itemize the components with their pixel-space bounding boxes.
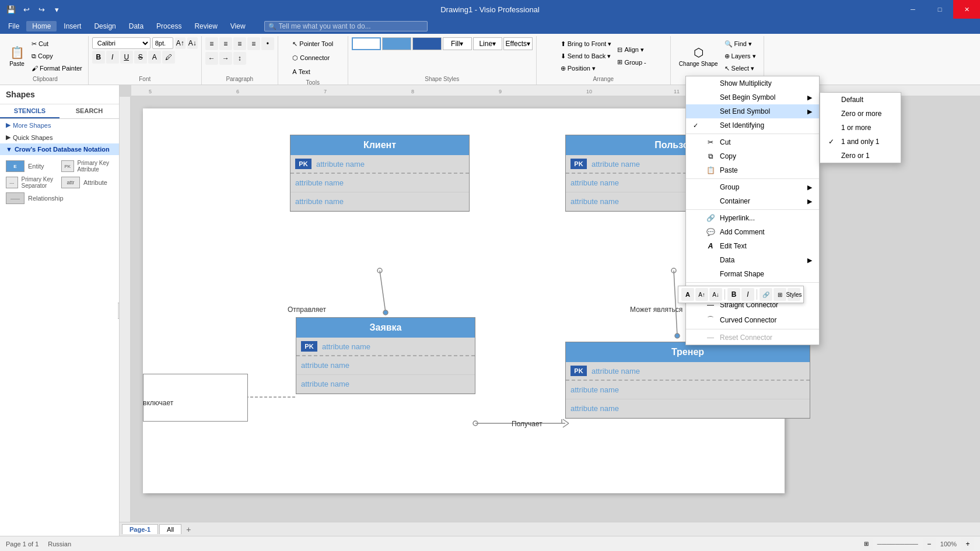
entity-order[interactable]: Заявка PK attribute name attribute name …	[296, 317, 475, 394]
style-preview-effects[interactable]: Effects▾	[503, 37, 533, 50]
menu-home[interactable]: Home	[26, 21, 57, 31]
font-shrink-button[interactable]: A↓	[187, 37, 198, 49]
menu-design[interactable]: Design	[88, 21, 121, 31]
connector-button[interactable]: ⬡ Connector	[290, 51, 335, 64]
mt-link-button[interactable]: 🔗	[760, 288, 772, 301]
zoom-in-button[interactable]: +	[961, 538, 974, 550]
position-button[interactable]: ⊕ Position ▾	[558, 62, 614, 74]
group-button[interactable]: ⊞ Group -	[615, 57, 648, 68]
fit-page-button[interactable]: ⊞	[860, 538, 873, 550]
ctx-paste[interactable]: 📋 Paste	[686, 163, 819, 177]
more-shapes-link[interactable]: ▶ More Shapes	[0, 119, 119, 131]
ctx-set-end-symbol[interactable]: Set End Symbol ▶	[686, 104, 819, 118]
mt-styles-button[interactable]: Styles	[788, 288, 800, 301]
format-painter-button[interactable]: 🖌 Format Painter	[29, 62, 85, 74]
entity-client[interactable]: Клиент PK attribute name attribute name …	[290, 135, 470, 212]
change-shape-button[interactable]: ⬡ Change Shape	[676, 39, 721, 73]
ctx-copy[interactable]: ⧉ Copy	[686, 149, 819, 163]
font-size-input[interactable]	[152, 37, 173, 49]
find-button[interactable]: 🔍 Find ▾	[722, 38, 758, 50]
ctx-hyperlink[interactable]: 🔗 Hyperlink...	[686, 211, 819, 225]
mt-format-button[interactable]: ⊞	[774, 288, 786, 301]
ctx-data[interactable]: Data ▶	[686, 253, 819, 267]
sub-default[interactable]: Default	[820, 93, 901, 107]
sub-zero-more[interactable]: Zero or more	[820, 107, 901, 121]
font-family-select[interactable]: Calibri	[92, 37, 150, 49]
style-preview-line[interactable]: Line▾	[473, 37, 502, 50]
minimize-button[interactable]: ─	[900, 0, 926, 19]
align-left-button[interactable]: ≡	[205, 37, 218, 50]
shape-primary-key-attr[interactable]: PK Primary Key Attribute	[61, 160, 113, 173]
align-button[interactable]: ⊟ Align ▾	[615, 44, 648, 56]
save-button[interactable]: 💾	[5, 3, 18, 15]
close-button[interactable]: ✕	[953, 0, 980, 19]
mt-italic-button[interactable]: I	[741, 288, 754, 301]
quick-shapes-section[interactable]: ▶ Quick Shapes	[0, 131, 119, 143]
bullets-button[interactable]: •	[261, 37, 274, 50]
ctx-format-shape[interactable]: Format Shape	[686, 267, 819, 281]
shape-relationship[interactable]: —— Relationship	[6, 192, 113, 204]
style-preview-fill[interactable]: Fill▾	[443, 37, 472, 50]
align-justify-button[interactable]: ≡	[247, 37, 260, 50]
ctx-edit-text[interactable]: A Edit Text	[686, 239, 819, 253]
page-tab-1[interactable]: Page-1	[122, 524, 158, 534]
entity-partial[interactable]	[143, 374, 248, 422]
add-page-button[interactable]: +	[183, 524, 194, 535]
indent-less-button[interactable]: ←	[205, 52, 218, 65]
style-preview-3[interactable]	[412, 37, 442, 50]
ribbon-search[interactable]: 🔍	[264, 21, 428, 31]
qa-dropdown-button[interactable]: ▾	[50, 3, 63, 15]
layers-button[interactable]: ⊕ Layers ▾	[722, 50, 758, 62]
italic-button[interactable]: I	[106, 51, 119, 64]
sub-one-only[interactable]: ✓ 1 and only 1	[820, 135, 901, 149]
ctx-cut[interactable]: ✂ Cut	[686, 135, 819, 149]
sub-one-more[interactable]: 1 or more	[820, 121, 901, 135]
paste-button[interactable]: 📋 Paste	[6, 39, 28, 73]
search-tab[interactable]: SEARCH	[60, 104, 119, 118]
copy-button[interactable]: ⧉ Copy	[29, 50, 85, 62]
menu-data[interactable]: Data	[123, 21, 149, 31]
maximize-button[interactable]: □	[926, 0, 953, 19]
mt-font-up-button[interactable]: A↑	[695, 288, 708, 301]
bold-button[interactable]: B	[92, 51, 105, 64]
sub-zero-one[interactable]: Zero or 1	[820, 149, 901, 163]
line-spacing-button[interactable]: ↕	[233, 52, 246, 65]
ctx-add-comment[interactable]: 💬 Add Comment	[686, 225, 819, 239]
all-pages-tab[interactable]: All	[159, 524, 181, 534]
redo-button[interactable]: ↪	[35, 3, 48, 15]
shape-pk-separator[interactable]: --- Primary Key Separator	[6, 176, 58, 189]
ctx-show-multiplicity[interactable]: Show Multiplicity	[686, 76, 819, 90]
menu-review[interactable]: Review	[188, 21, 223, 31]
menu-process[interactable]: Process	[150, 21, 187, 31]
crows-foot-section[interactable]: ▼ Crow's Foot Database Notation	[0, 143, 119, 155]
align-center-button[interactable]: ≡	[219, 37, 232, 50]
ctx-container[interactable]: Container ▶	[686, 194, 819, 208]
ctx-reset-connector[interactable]: — Reset Connector	[686, 331, 819, 345]
cut-button[interactable]: ✂ Cut	[29, 38, 85, 50]
mt-font-down-button[interactable]: A↓	[709, 288, 722, 301]
strikethrough-button[interactable]: S	[134, 51, 147, 64]
select-button[interactable]: ↖ Select ▾	[722, 62, 758, 74]
undo-button[interactable]: ↩	[20, 3, 33, 15]
align-right-button[interactable]: ≡	[233, 37, 246, 50]
ctx-curved[interactable]: ⌒ Curved Connector	[686, 312, 819, 328]
highlight-button[interactable]: 🖊	[162, 51, 175, 64]
indent-more-button[interactable]: →	[219, 52, 232, 65]
menu-file[interactable]: File	[2, 21, 25, 31]
mt-bold-button[interactable]: B	[727, 288, 740, 301]
entity-trainer[interactable]: Тренер PK attribute name attribute name …	[565, 342, 810, 419]
ctx-set-begin-symbol[interactable]: Set Begin Symbol ▶	[686, 90, 819, 104]
shape-entity[interactable]: E Entity	[6, 160, 58, 173]
ctx-set-identifying[interactable]: ✓ Set Identifying	[686, 118, 819, 132]
font-grow-button[interactable]: A↑	[175, 37, 186, 49]
mt-font-color-button[interactable]: A	[681, 288, 694, 301]
ctx-group[interactable]: Group ▶	[686, 180, 819, 194]
style-preview-2[interactable]	[382, 37, 411, 50]
style-preview-1[interactable]	[352, 37, 381, 50]
shape-attribute[interactable]: attr Attribute	[61, 176, 113, 189]
zoom-out-button[interactable]: −	[923, 538, 936, 550]
font-color-button[interactable]: A	[148, 51, 161, 64]
underline-button[interactable]: U	[120, 51, 133, 64]
bring-to-front-button[interactable]: ⬆ Bring to Front ▾	[558, 38, 614, 50]
menu-view[interactable]: View	[225, 21, 251, 31]
